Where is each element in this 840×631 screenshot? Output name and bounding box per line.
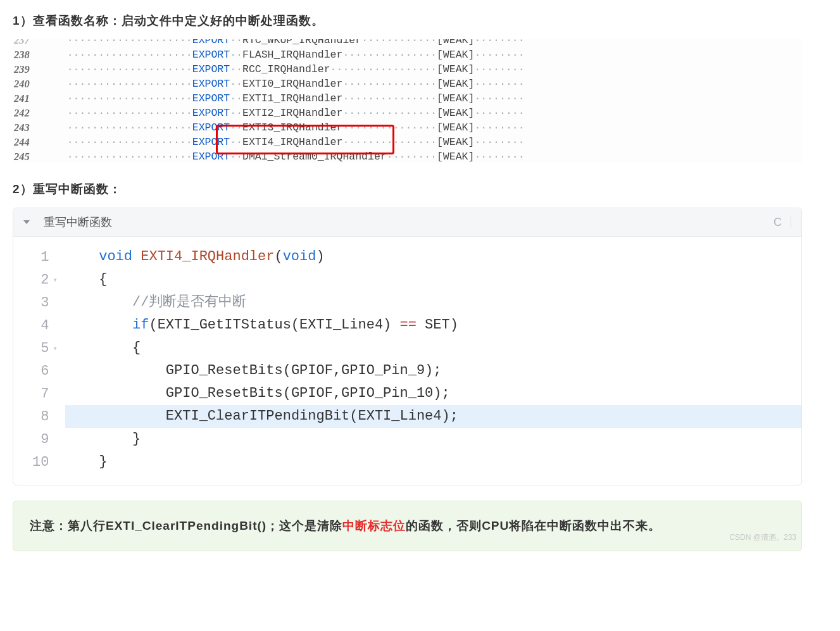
handler-name: FLASH_IRQHandler <box>242 47 342 62</box>
export-keyword: EXPORT <box>192 120 230 135</box>
header-divider <box>791 216 791 228</box>
asm-row: 240 ····················EXPORT··EXTI0_IR… <box>13 77 802 91</box>
code-lines: void EXTI4_IRQHandler(void) { //判断是否有中断 … <box>65 246 801 473</box>
code-header: 重写中断函数 C <box>13 208 801 237</box>
handler-name: EXTI0_IRQHandler <box>242 77 342 91</box>
line-number: 237 <box>13 39 48 47</box>
asm-row: 238 ····················EXPORT··FLASH_IR… <box>13 47 802 62</box>
asm-row: 241 ····················EXPORT··EXTI1_IR… <box>13 91 802 106</box>
watermark: CSDN @清酒。233 <box>729 527 796 548</box>
gutter-row: 4 <box>41 314 59 337</box>
line-number: 242 <box>13 106 48 120</box>
caret-down-icon[interactable] <box>23 220 30 224</box>
note-prefix: 注意：第八行EXTI_ClearITPendingBit()；这个是清除 <box>30 519 342 532</box>
export-keyword: EXPORT <box>192 77 230 91</box>
code-line: if(EXTI_GetITStatus(EXTI_Line4) == SET) <box>65 314 801 337</box>
weak-tag: [WEAK] <box>437 149 474 163</box>
export-keyword: EXPORT <box>192 47 230 62</box>
gutter-row: 1 <box>41 246 59 268</box>
weak-tag: [WEAK] <box>437 39 474 47</box>
gutter-row: 2▾ <box>41 268 59 291</box>
asm-row: 237 ····················EXPORT··RTC_WKUP… <box>13 39 802 47</box>
weak-tag: [WEAK] <box>437 135 474 149</box>
code-line: void EXTI4_IRQHandler(void) <box>65 246 801 268</box>
code-line: EXTI_ClearITPendingBit(EXTI_Line4); <box>65 405 801 428</box>
export-keyword: EXPORT <box>192 39 230 47</box>
asm-row: 245 ····················EXPORT··DMA1_Str… <box>13 149 802 163</box>
asm-row: 243 ····················EXPORT··EXTI3_IR… <box>13 120 802 135</box>
note-red-term: 中断标志位 <box>342 519 406 532</box>
handler-name: EXTI4_IRQHandler <box>242 135 342 149</box>
code-line: } <box>65 428 801 451</box>
section2-title: 2）重写中断函数： <box>13 181 802 197</box>
code-line: } <box>65 451 801 473</box>
handler-name: RTC_WKUP_IRQHandler <box>242 39 361 47</box>
export-keyword: EXPORT <box>192 149 230 163</box>
handler-name: EXTI1_IRQHandler <box>242 91 342 106</box>
asm-row: 239 ····················EXPORT··RCC_IRQH… <box>13 62 802 77</box>
line-number: 241 <box>13 91 48 106</box>
gutter-row: 7 <box>41 382 59 405</box>
code-card: 重写中断函数 C 12▾345▾678910 void EXTI4_IRQHan… <box>13 208 802 485</box>
gutter-row: 10 <box>32 451 59 473</box>
code-line: GPIO_ResetBits(GPIOF,GPIO_Pin_9); <box>65 359 801 382</box>
line-number: 238 <box>13 47 48 62</box>
weak-tag: [WEAK] <box>437 91 474 106</box>
asm-row: 244 ····················EXPORT··EXTI4_IR… <box>13 135 802 149</box>
handler-name: EXTI2_IRQHandler <box>242 106 342 120</box>
weak-tag: [WEAK] <box>437 120 474 135</box>
line-number: 240 <box>13 77 48 91</box>
export-keyword: EXPORT <box>192 135 230 149</box>
code-title: 重写中断函数 <box>44 215 112 230</box>
asm-listing: 237 ····················EXPORT··RTC_WKUP… <box>13 39 802 163</box>
fold-marker-icon[interactable]: ▾ <box>53 344 59 353</box>
fold-marker-icon[interactable]: ▾ <box>53 275 59 285</box>
export-keyword: EXPORT <box>192 62 230 77</box>
section1-title: 1）查看函数名称：启动文件中定义好的中断处理函数。 <box>13 13 802 29</box>
weak-tag: [WEAK] <box>437 106 474 120</box>
handler-name: RCC_IRQHandler <box>242 62 330 77</box>
weak-tag: [WEAK] <box>437 47 474 62</box>
line-number: 245 <box>13 149 48 163</box>
weak-tag: [WEAK] <box>437 77 474 91</box>
code-body: 12▾345▾678910 void EXTI4_IRQHandler(void… <box>13 237 801 485</box>
code-line: { <box>65 337 801 359</box>
note-box: 注意：第八行EXTI_ClearITPendingBit()；这个是清除中断标志… <box>13 501 802 551</box>
code-line: //判断是否有中断 <box>65 291 801 314</box>
export-keyword: EXPORT <box>192 106 230 120</box>
code-language-label: C <box>774 216 782 229</box>
weak-tag: [WEAK] <box>437 62 474 77</box>
gutter-row: 6 <box>41 359 59 382</box>
note-suffix: 的函数，否则CPU将陷在中断函数中出不来。 <box>406 519 661 532</box>
code-line: GPIO_ResetBits(GPIOF,GPIO_Pin_10); <box>65 382 801 405</box>
gutter-row: 3 <box>41 291 59 314</box>
export-keyword: EXPORT <box>192 91 230 106</box>
handler-name: DMA1_Stream0_IRQHandler <box>242 149 387 163</box>
gutter-row: 9 <box>41 428 59 451</box>
gutter-row: 5▾ <box>41 337 59 359</box>
line-number: 243 <box>13 120 48 135</box>
gutter-row: 8 <box>41 405 59 428</box>
asm-row: 242 ····················EXPORT··EXTI2_IR… <box>13 106 802 120</box>
code-line: { <box>65 268 801 291</box>
handler-name: EXTI3_IRQHandler <box>242 120 342 135</box>
line-number: 244 <box>13 135 48 149</box>
line-number: 239 <box>13 62 48 77</box>
code-gutter: 12▾345▾678910 <box>13 246 65 473</box>
